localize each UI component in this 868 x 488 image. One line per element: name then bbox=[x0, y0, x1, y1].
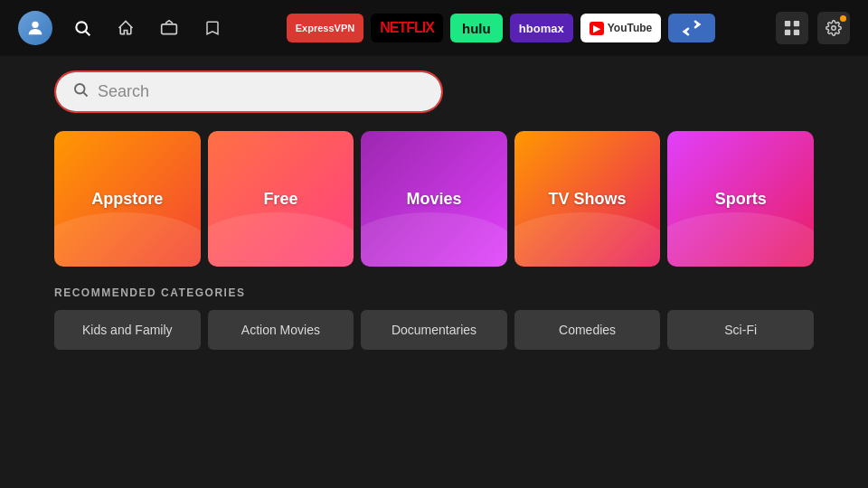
tile-appstore[interactable]: Appstore bbox=[54, 131, 201, 267]
tile-free[interactable]: Free bbox=[208, 131, 354, 267]
search-box[interactable]: Search bbox=[56, 72, 441, 111]
recommended-title: RECOMMENDED CATEGORIES bbox=[54, 286, 814, 299]
category-action-movies-label: Action Movies bbox=[241, 323, 320, 337]
youtube-play-icon: ▶ bbox=[590, 22, 604, 35]
home-nav-icon[interactable] bbox=[112, 14, 139, 42]
hbomax-label: hbomax bbox=[519, 22, 564, 35]
recommended-section: RECOMMENDED CATEGORIES Kids and Family A… bbox=[54, 286, 814, 350]
svg-rect-7 bbox=[794, 30, 799, 35]
search-border: Search bbox=[54, 70, 443, 113]
header-apps: ExpressVPN NETFLIX hulu hbomax ▶ YouTube bbox=[287, 14, 716, 42]
svg-point-9 bbox=[75, 84, 85, 94]
expressvpn-label: ExpressVPN bbox=[296, 23, 354, 33]
svg-rect-5 bbox=[794, 21, 799, 26]
tile-tvshows-label: TV Shows bbox=[549, 190, 627, 209]
transfer-app[interactable] bbox=[668, 14, 715, 42]
svg-rect-6 bbox=[785, 30, 790, 35]
svg-line-2 bbox=[86, 32, 90, 36]
tile-appstore-label: Appstore bbox=[91, 190, 163, 209]
search-wrapper: Search bbox=[54, 70, 814, 113]
header-right bbox=[776, 12, 850, 44]
settings-button[interactable] bbox=[817, 12, 850, 44]
svg-line-10 bbox=[83, 92, 87, 96]
tile-free-label: Free bbox=[263, 190, 297, 209]
youtube-app[interactable]: ▶ YouTube bbox=[580, 14, 662, 42]
category-documentaries-label: Documentaries bbox=[392, 323, 476, 337]
header-left bbox=[18, 11, 226, 45]
category-kids-family[interactable]: Kids and Family bbox=[54, 310, 201, 350]
netflix-label: NETFLIX bbox=[380, 20, 434, 36]
svg-point-0 bbox=[32, 22, 38, 28]
category-action-movies[interactable]: Action Movies bbox=[208, 310, 354, 350]
tiles-row: Appstore Free Movies TV Shows Sports bbox=[54, 131, 814, 267]
search-icon bbox=[72, 81, 89, 102]
bookmark-nav-icon[interactable] bbox=[199, 14, 226, 42]
hulu-app[interactable]: hulu bbox=[450, 14, 503, 42]
category-sci-fi-label: Sci-Fi bbox=[724, 323, 757, 337]
tv-nav-icon[interactable] bbox=[156, 14, 183, 42]
tile-movies[interactable]: Movies bbox=[361, 131, 507, 267]
grid-button[interactable] bbox=[776, 12, 808, 44]
avatar[interactable] bbox=[18, 11, 52, 45]
search-nav-icon[interactable] bbox=[69, 14, 96, 42]
svg-point-8 bbox=[832, 26, 836, 31]
svg-rect-4 bbox=[785, 21, 790, 26]
svg-point-1 bbox=[76, 22, 87, 33]
main-content: Search Appstore Free Movies TV Shows Spo… bbox=[0, 56, 868, 364]
category-kids-family-label: Kids and Family bbox=[82, 323, 173, 337]
category-comedies[interactable]: Comedies bbox=[514, 310, 661, 350]
categories-row: Kids and Family Action Movies Documentar… bbox=[54, 310, 814, 350]
expressvpn-app[interactable]: ExpressVPN bbox=[287, 14, 363, 42]
tile-tvshows[interactable]: TV Shows bbox=[514, 131, 661, 267]
netflix-app[interactable]: NETFLIX bbox=[371, 14, 443, 42]
category-documentaries[interactable]: Documentaries bbox=[361, 310, 507, 350]
tile-movies-label: Movies bbox=[406, 190, 461, 209]
svg-rect-3 bbox=[162, 24, 177, 34]
tile-sports-label: Sports bbox=[715, 190, 767, 209]
hulu-label: hulu bbox=[462, 21, 491, 36]
category-comedies-label: Comedies bbox=[559, 323, 616, 337]
youtube-label: YouTube bbox=[608, 22, 653, 34]
search-placeholder-text: Search bbox=[98, 82, 149, 101]
hbomax-app[interactable]: hbomax bbox=[510, 14, 573, 42]
category-sci-fi[interactable]: Sci-Fi bbox=[667, 310, 814, 350]
tile-sports[interactable]: Sports bbox=[667, 131, 814, 267]
header: ExpressVPN NETFLIX hulu hbomax ▶ YouTube bbox=[0, 0, 868, 56]
